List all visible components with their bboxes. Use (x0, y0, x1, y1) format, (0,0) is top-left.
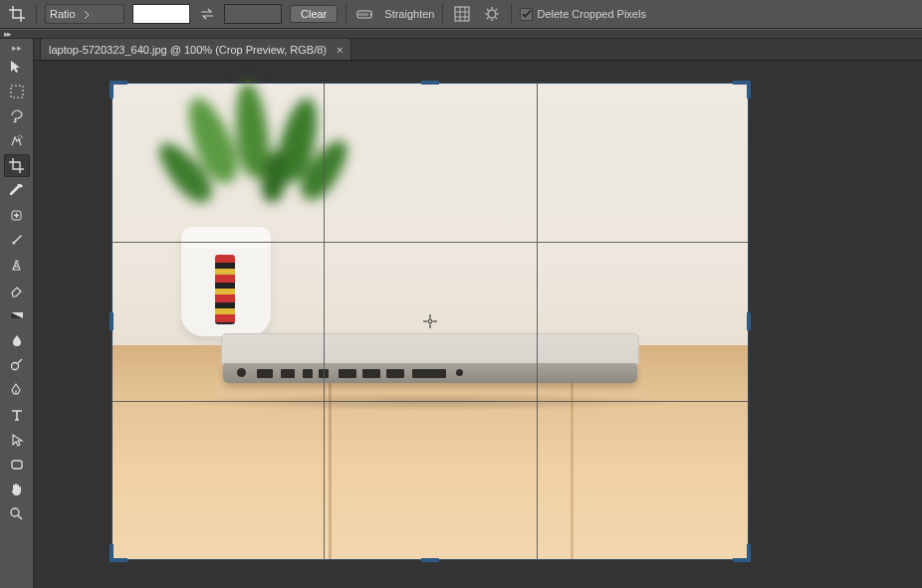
document-tab-bar: laptop-5720323_640.jpg @ 100% (Crop Prev… (34, 39, 922, 61)
shape-tool[interactable] (4, 453, 30, 476)
image-canvas (112, 83, 749, 560)
type-tool[interactable] (4, 403, 30, 426)
separator (36, 4, 37, 24)
healing-brush-tool[interactable] (4, 204, 30, 227)
svg-point-1 (370, 14, 372, 16)
marquee-tool[interactable] (4, 80, 30, 102)
crop-overlay-options-button[interactable] (451, 3, 473, 25)
separator (442, 4, 443, 24)
separator (511, 4, 512, 24)
pen-tool[interactable] (4, 378, 30, 401)
svg-point-5 (18, 135, 22, 139)
svg-rect-4 (11, 86, 23, 98)
crop-preset-label: Ratio (50, 8, 76, 20)
separator (346, 4, 346, 24)
eyedropper-tool[interactable] (4, 179, 30, 202)
canvas-viewport[interactable] (34, 61, 922, 588)
app-root: Ratio Clear Straighten Delet (0, 0, 922, 588)
chevrons-right-icon: ▸▸ (4, 29, 10, 39)
checkbox-checked-icon (520, 8, 533, 21)
lasso-tool[interactable] (4, 104, 30, 127)
clear-button[interactable]: Clear (290, 5, 338, 23)
crop-tool[interactable] (4, 154, 30, 177)
svg-rect-2 (455, 7, 469, 21)
document-tab[interactable]: laptop-5720323_640.jpg @ 100% (Crop Prev… (40, 38, 351, 60)
document-area: laptop-5720323_640.jpg @ 100% (Crop Prev… (34, 39, 922, 588)
brush-tool[interactable] (4, 229, 30, 252)
dodge-tool[interactable] (4, 353, 30, 376)
options-bar: Ratio Clear Straighten Delet (0, 0, 922, 29)
zoom-tool[interactable] (4, 502, 30, 525)
crop-options-button[interactable] (481, 3, 503, 25)
crop-height-input[interactable] (224, 4, 282, 24)
straighten-button[interactable] (354, 3, 376, 25)
move-tool[interactable] (4, 55, 30, 78)
document-tab-title: laptop-5720323_640.jpg @ 100% (Crop Prev… (49, 44, 327, 56)
svg-point-9 (12, 363, 19, 370)
chevron-down-icon (82, 7, 96, 21)
svg-point-3 (488, 10, 496, 18)
path-select-tool[interactable] (4, 428, 30, 451)
clone-stamp-tool[interactable] (4, 254, 30, 277)
crop-width-input[interactable] (132, 4, 190, 24)
swap-dimensions-button[interactable] (198, 5, 216, 23)
delete-cropped-checkbox[interactable]: Delete Cropped Pixels (520, 8, 645, 21)
tools-panel: ▸▸ (0, 39, 34, 588)
hand-tool[interactable] (4, 478, 30, 500)
eraser-tool[interactable] (4, 279, 30, 301)
tools-expand-button[interactable]: ▸▸ (0, 43, 33, 53)
delete-cropped-label: Delete Cropped Pixels (537, 8, 645, 20)
gradient-tool[interactable] (4, 303, 30, 326)
svg-rect-10 (12, 461, 22, 469)
workspace: ▸▸ laptop-5720323_640.jpg @ 1 (0, 39, 922, 588)
crop-tool-indicator (6, 3, 28, 25)
blur-tool[interactable] (4, 328, 30, 351)
crop-preset-dropdown[interactable]: Ratio (45, 4, 124, 24)
svg-point-11 (11, 508, 19, 516)
quick-select-tool[interactable] (4, 129, 30, 152)
straighten-label: Straighten (384, 8, 434, 20)
close-icon[interactable]: × (337, 44, 343, 56)
